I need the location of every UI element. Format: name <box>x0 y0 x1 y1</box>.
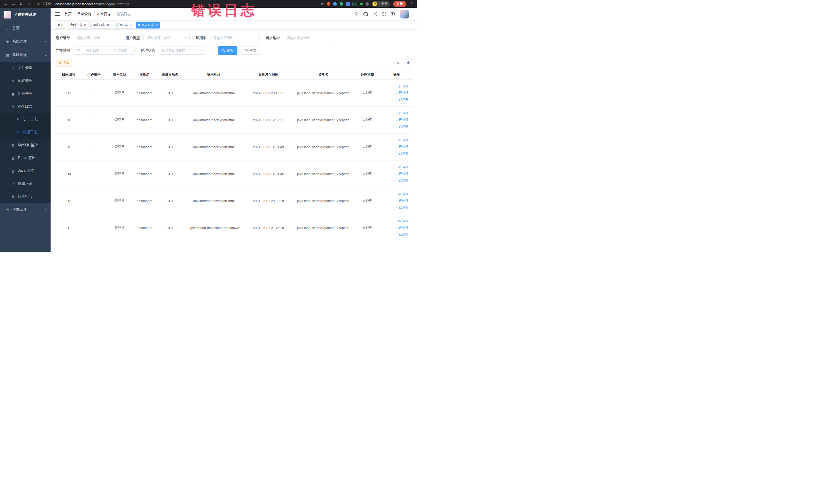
config-icon: ✎ <box>11 79 15 83</box>
mark-ignored-link[interactable]: ✓ 已忽略 <box>395 205 409 210</box>
search-button[interactable]: 搜索 <box>218 46 238 55</box>
help-icon[interactable]: ? <box>373 12 377 16</box>
detail-link[interactable]: 详细 <box>398 138 409 142</box>
detail-link[interactable]: 详细 <box>398 111 409 116</box>
sidebar-item-home[interactable]: ⌂首页 <box>0 22 50 35</box>
user-type-select-input[interactable] <box>147 36 184 40</box>
sidebar-item-file[interactable]: ▢文件管理 <box>0 62 50 75</box>
mark-processed-link[interactable]: ✓ 已处理 <box>395 226 409 230</box>
cell-request-url: /api/infra/db-doc/export-html <box>183 106 245 134</box>
sidebar-item-java[interactable]: ▨Java 监控 <box>0 164 50 177</box>
mark-processed-link[interactable]: ✓ 已处理 <box>395 172 409 176</box>
sidebar-item-redis[interactable]: ▧Redis 监控 <box>0 152 50 164</box>
extension-green-icon[interactable] <box>340 2 343 6</box>
field-label: 异常时间 <box>56 48 70 53</box>
tab-error-log[interactable]: 错误日志× <box>136 22 160 28</box>
extension-blue-icon[interactable] <box>333 2 337 6</box>
refresh-button[interactable]: ↻ <box>394 59 402 66</box>
app-name-input[interactable] <box>213 36 257 40</box>
search-icon[interactable] <box>354 12 359 16</box>
bookmark-star-icon[interactable]: ☆ <box>321 2 324 6</box>
sidebar-item-infra[interactable]: ▤基础设施▴ <box>0 48 50 62</box>
detail-link[interactable]: 详细 <box>398 84 409 88</box>
reload-icon[interactable]: ↻ <box>18 0 24 8</box>
extension-on-icon[interactable]: on <box>352 2 357 6</box>
mark-ignored-link[interactable]: ✓ 已忽略 <box>395 178 409 183</box>
user-avatar[interactable] <box>400 10 409 19</box>
reset-button[interactable]: ↻ 重置 <box>241 46 260 55</box>
tab-home[interactable]: 首页 <box>55 22 66 28</box>
browser-menu-icon[interactable]: ⋮ <box>409 2 414 6</box>
sidebar-item-config[interactable]: ✎配置管理 <box>0 75 50 87</box>
breadcrumb-item[interactable]: API 日志 <box>97 12 111 16</box>
back-icon[interactable]: ← <box>3 0 9 8</box>
user-type-select[interactable]: ▾ <box>143 34 190 42</box>
fullscreen-icon[interactable] <box>382 12 386 16</box>
sidebar-item-error-log[interactable]: ✎错误日志 <box>0 126 50 139</box>
process-status-select-input[interactable] <box>162 48 199 53</box>
sidebar-item-label: 配置管理 <box>18 79 32 83</box>
sidebar-item-system[interactable]: ⚙系统管理▾ <box>0 35 50 48</box>
detail-link[interactable]: 详细 <box>398 165 409 169</box>
check-icon: ✓ <box>395 152 398 155</box>
breadcrumb-item[interactable]: 首页 <box>64 12 72 16</box>
process-status-select[interactable]: ▾ <box>159 46 205 55</box>
sidebar-item-label: 系统管理 <box>12 39 27 44</box>
chevron-down-icon[interactable]: ▾ <box>411 13 413 15</box>
mark-processed-link[interactable]: ✓ 已处理 <box>395 199 409 203</box>
ignored-link-label: 已忽略 <box>399 124 409 129</box>
cell-app-name: dashboard <box>132 134 157 160</box>
request-url-input[interactable] <box>287 36 330 40</box>
mark-processed-link[interactable]: ✓ 已处理 <box>395 91 409 95</box>
sidebar-item-job[interactable]: ▣定时任务 <box>0 87 50 100</box>
extension-red-icon[interactable] <box>327 2 330 6</box>
extension-paw-icon[interactable] <box>366 2 369 6</box>
font-size-icon[interactable]: TT <box>391 12 395 16</box>
export-button[interactable]: 导出 <box>56 59 73 66</box>
update-button[interactable]: 更新 <box>393 1 406 7</box>
breadcrumb-item[interactable]: 基础设施 <box>77 12 91 16</box>
mark-ignored-link[interactable]: ✓ 已忽略 <box>395 233 409 237</box>
export-button-label: 导出 <box>63 61 69 65</box>
cell-request-url: /api/infra/db-doc/export-markdown <box>183 215 245 241</box>
address-bar[interactable]: ⚠ 不安全 dashboard.yudao.iocoder.cn/infra/l… <box>37 2 319 6</box>
user-id-input[interactable] <box>77 36 116 40</box>
mark-processed-link[interactable]: ✓ 已处理 <box>395 118 409 122</box>
mark-processed-link[interactable]: ✓ 已处理 <box>395 145 409 149</box>
detail-link[interactable]: 详细 <box>398 192 409 196</box>
logo[interactable]: 芋道管理系统 <box>0 8 50 22</box>
column-settings-button[interactable]: ⚙ <box>405 59 412 66</box>
sidebar-item-log-center[interactable]: ▩日志中心 <box>0 190 50 203</box>
sidebar-item-dev-tools[interactable]: ⚒研发工具▾ <box>0 203 50 216</box>
close-icon[interactable]: × <box>84 23 86 27</box>
table-toolbar: 导出 ↻ ⚙ <box>56 59 412 66</box>
hamburger-icon[interactable] <box>55 12 60 17</box>
close-icon[interactable]: × <box>130 23 132 27</box>
close-icon[interactable]: × <box>107 23 109 27</box>
mark-ignored-link[interactable]: ✓ 已忽略 <box>395 124 409 129</box>
tab-job[interactable]: 定时任务× <box>67 22 89 28</box>
tab-access-log[interactable]: 访问日志× <box>113 22 134 28</box>
sidebar-item-api-log[interactable]: ✎API 日志▴ <box>0 100 50 113</box>
mark-ignored-link[interactable]: ✓ 已忽略 <box>395 98 409 102</box>
sidebar-item-tracer[interactable]: ◎链路追踪 <box>0 177 50 190</box>
extension-small-green-icon[interactable] <box>360 3 363 5</box>
browser-profile-chip[interactable]: 已暂停 <box>372 1 390 7</box>
close-icon[interactable]: × <box>156 23 158 27</box>
detail-link[interactable]: 详细 <box>398 219 409 223</box>
sidebar-item-label: 定时任务 <box>18 92 32 96</box>
home-icon[interactable]: ⌂ <box>26 0 32 8</box>
sidebar-item-mysql[interactable]: ▦MySQL 监控 <box>0 139 50 152</box>
field-label: 请求地址 <box>266 36 280 40</box>
start-date-input[interactable] <box>82 48 104 53</box>
github-icon[interactable] <box>364 12 368 16</box>
end-date-input[interactable] <box>110 48 132 53</box>
extension-grid-icon[interactable] <box>346 2 350 6</box>
sidebar-item-access-log[interactable]: ✎访问日志 <box>0 113 50 126</box>
logo-avatar <box>4 11 11 19</box>
cell-method: GET <box>157 80 183 106</box>
mark-ignored-link[interactable]: ✓ 已忽略 <box>395 152 409 156</box>
tab-job-log[interactable]: 调度日志× <box>90 22 111 28</box>
exception-time-range-picker[interactable]: - <box>74 46 135 55</box>
forward-icon[interactable]: → <box>10 0 16 8</box>
